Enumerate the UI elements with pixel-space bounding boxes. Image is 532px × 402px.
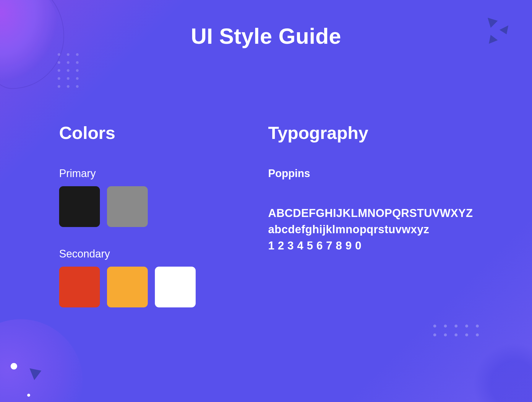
typography-heading: Typography <box>268 123 473 143</box>
color-swatch-secondary-2 <box>107 267 148 307</box>
secondary-label: Secondary <box>59 248 227 260</box>
page-title: UI Style Guide <box>59 24 473 49</box>
color-swatch-primary-1 <box>59 186 100 227</box>
primary-swatch-row <box>59 186 227 227</box>
typography-sample-upper: ABCDEFGHIJKLMNOPQRSTUVWXYZ <box>268 205 473 221</box>
typography-sample-digits: 1 2 3 4 5 6 7 8 9 0 <box>268 238 473 254</box>
primary-label: Primary <box>59 167 227 180</box>
colors-heading: Colors <box>59 123 227 143</box>
typography-font-name: Poppins <box>268 167 473 180</box>
color-swatch-secondary-1 <box>59 267 100 307</box>
style-guide-content: UI Style Guide Colors Primary Secondary … <box>0 0 532 402</box>
colors-section: Colors Primary Secondary <box>59 123 227 328</box>
color-swatch-secondary-3 <box>155 267 196 307</box>
secondary-swatch-row <box>59 267 227 307</box>
typography-sample-lower: abcdefghijklmnopqrstuvwxyz <box>268 221 473 238</box>
color-swatch-primary-2 <box>107 186 148 227</box>
typography-section: Typography Poppins ABCDEFGHIJKLMNOPQRSTU… <box>268 123 473 328</box>
